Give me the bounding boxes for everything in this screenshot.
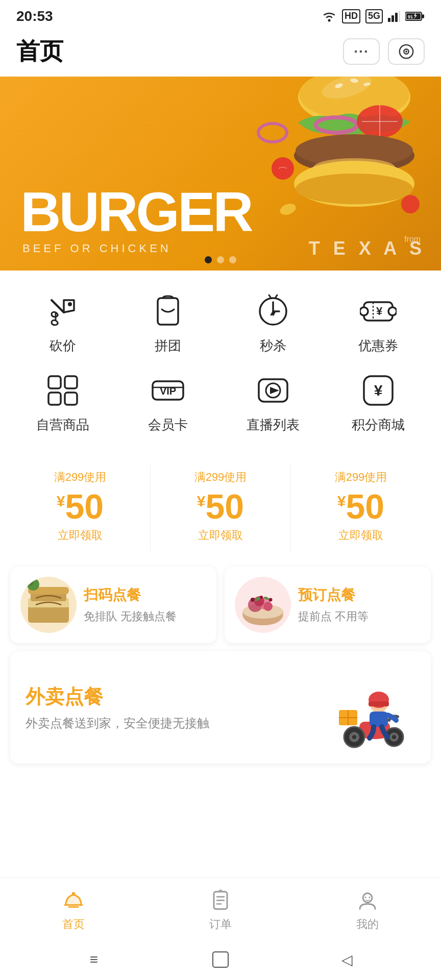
svg-rect-39 — [48, 376, 61, 388]
coupon-item-3[interactable]: 满299使用 ¥50 立即领取 — [291, 464, 431, 551]
svg-point-65 — [260, 596, 263, 599]
self-products-icon — [42, 370, 83, 411]
scan-icon — [398, 43, 414, 60]
bottom-nav: 首页 订单 — [0, 877, 441, 980]
group-buy-icon — [148, 291, 188, 332]
banner-dots — [205, 256, 236, 263]
cut-price-label: 砍价 — [50, 337, 76, 355]
banner-dot-2[interactable] — [217, 256, 224, 263]
svg-text:¥: ¥ — [376, 305, 383, 317]
flash-sale-icon — [253, 291, 293, 332]
vip-card-icon: VIP — [148, 370, 188, 411]
pre-order-title: 预订点餐 — [298, 585, 369, 605]
svg-text:¥: ¥ — [374, 382, 383, 399]
category-points-mall[interactable]: ¥ 积分商城 — [337, 370, 419, 434]
burger-illustration — [252, 77, 426, 250]
more-icon: ··· — [354, 43, 369, 60]
svg-point-0 — [328, 19, 330, 21]
delivery-subtitle: 外卖点餐送到家，安全便捷无接触 — [26, 715, 313, 731]
nav-tab-orders[interactable]: 订单 — [187, 885, 254, 934]
category-section: 砍价 拼团 秒杀 — [0, 271, 441, 449]
delivery-title: 外卖点餐 — [26, 684, 313, 710]
svg-point-29 — [258, 124, 287, 142]
category-vip-card[interactable]: VIP 会员卡 — [127, 370, 209, 434]
nav-tab-mine[interactable]: 我的 — [334, 885, 401, 934]
scan-order-card[interactable]: 扫码点餐 免排队 无接触点餐 — [10, 567, 216, 643]
svg-rect-40 — [65, 376, 77, 388]
battery-icon: 91 — [405, 11, 425, 21]
svg-text:91: 91 — [408, 14, 413, 19]
svg-point-76 — [392, 735, 396, 739]
svg-point-36 — [388, 307, 397, 315]
coupon-row: 满299使用 ¥50 立即领取 满299使用 ¥50 立即领取 满299使用 ¥… — [10, 464, 431, 551]
svg-rect-6 — [422, 14, 424, 18]
category-flash-sale[interactable]: 秒杀 — [232, 291, 314, 355]
android-back-btn[interactable]: ◁ — [334, 947, 360, 972]
coupon-3-claim: 立即领取 — [338, 528, 383, 543]
coupon-2-claim: 立即领取 — [198, 528, 243, 543]
scan-button[interactable] — [388, 38, 425, 65]
svg-point-93 — [369, 897, 371, 898]
svg-point-27 — [272, 157, 294, 180]
coupon-3-condition: 满299使用 — [335, 470, 387, 485]
svg-rect-2 — [391, 15, 394, 22]
svg-point-31 — [68, 302, 72, 306]
status-time: 20:53 — [16, 8, 53, 24]
svg-rect-3 — [395, 13, 398, 22]
coupon-icon: ¥ — [358, 291, 399, 332]
5g-badge: 5G — [365, 9, 383, 23]
svg-point-28 — [401, 195, 420, 213]
svg-point-11 — [405, 51, 407, 53]
svg-point-64 — [251, 598, 255, 602]
category-group-buy[interactable]: 拼团 — [127, 291, 209, 355]
svg-rect-4 — [399, 11, 400, 22]
live-list-label: 直播列表 — [247, 416, 300, 434]
coupon-2-amount: ¥50 — [197, 489, 244, 524]
svg-rect-82 — [369, 701, 389, 706]
header: 首页 ··· — [0, 31, 441, 77]
delivery-text: 外卖点餐 外卖点餐送到家，安全便捷无接触 — [26, 684, 313, 731]
pre-order-subtitle: 提前点 不用等 — [298, 609, 369, 624]
coupon-item-2[interactable]: 满299使用 ¥50 立即领取 — [151, 464, 291, 551]
svg-rect-41 — [48, 393, 61, 405]
more-button[interactable]: ··· — [343, 38, 380, 65]
scan-order-title: 扫码点餐 — [84, 585, 177, 605]
banner-dot-3[interactable] — [229, 256, 236, 263]
coupon-2-currency: ¥ — [197, 493, 206, 509]
coupon-item-1[interactable]: 满299使用 ¥50 立即领取 — [10, 464, 151, 551]
android-back-icon: ◁ — [341, 951, 353, 968]
banner-main-text: BURGER — [20, 184, 252, 240]
banner-dot-1[interactable] — [205, 256, 212, 263]
android-nav: ≡ ◁ — [0, 939, 441, 980]
banner-sub-text: BEEF OR CHICKEN — [22, 242, 172, 255]
page-title: 首页 — [16, 36, 63, 67]
category-live-list[interactable]: 直播列表 — [232, 370, 314, 434]
points-mall-icon: ¥ — [358, 370, 399, 411]
android-home-btn[interactable] — [208, 947, 233, 972]
coupon-3-currency: ¥ — [337, 493, 346, 509]
coupon-3-amount: ¥50 — [337, 489, 384, 524]
nav-tabs: 首页 订单 — [0, 878, 441, 939]
android-menu-btn[interactable]: ≡ — [81, 947, 107, 972]
menu-icon: ≡ — [90, 951, 98, 968]
mine-nav-label: 我的 — [356, 917, 379, 932]
delivery-section[interactable]: 外卖点餐 外卖点餐送到家，安全便捷无接触 — [10, 651, 431, 764]
svg-rect-1 — [388, 18, 390, 22]
quick-action-section: 扫码点餐 免排队 无接触点餐 预订点餐 提前点 不用等 — [10, 567, 431, 643]
pre-order-card[interactable]: 预订点餐 提前点 不用等 — [225, 567, 431, 643]
svg-point-23 — [296, 174, 413, 204]
nav-tab-home[interactable]: 首页 — [40, 885, 107, 934]
status-bar: 20:53 HD 5G 91 — [0, 0, 441, 31]
svg-point-66 — [269, 598, 273, 602]
svg-point-92 — [365, 897, 366, 898]
delivery-illustration — [313, 667, 415, 748]
scan-food-image — [20, 577, 77, 633]
category-coupon[interactable]: ¥ 优惠券 — [337, 291, 419, 355]
svg-rect-42 — [65, 393, 77, 405]
group-buy-label: 拼团 — [155, 337, 181, 355]
wifi-icon — [322, 11, 337, 22]
category-cut-price[interactable]: 砍价 — [22, 291, 104, 355]
flash-sale-label: 秒杀 — [260, 337, 286, 355]
category-self-products[interactable]: 自营商品 — [22, 370, 104, 434]
signal-icon — [388, 11, 400, 22]
